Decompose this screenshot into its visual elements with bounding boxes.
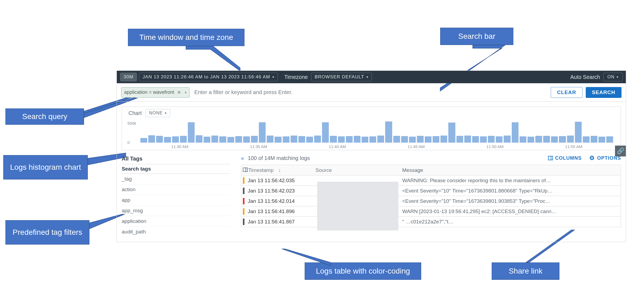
histogram-bar[interactable] <box>227 137 234 143</box>
share-link-button[interactable]: 🔗 <box>615 146 626 156</box>
tag-item[interactable]: audit_path <box>122 227 230 237</box>
histogram-bar[interactable] <box>291 136 297 143</box>
histogram-bar[interactable] <box>575 122 582 143</box>
histogram-bar[interactable] <box>259 122 266 143</box>
table-row[interactable]: Jan 13 11:56:42.035WARNING: Please consi… <box>241 175 621 186</box>
histogram-bar[interactable] <box>480 136 487 143</box>
all-tags-header[interactable]: All Tags <box>122 153 230 164</box>
histogram-bar[interactable] <box>606 136 613 143</box>
histogram-bar[interactable] <box>401 136 408 143</box>
histogram-bar[interactable] <box>448 123 455 143</box>
histogram-bar[interactable] <box>219 136 226 143</box>
histogram-bar[interactable] <box>164 137 171 143</box>
histogram-bar[interactable] <box>172 136 179 143</box>
histogram-bar[interactable] <box>275 137 281 143</box>
histogram-bar[interactable] <box>591 136 597 143</box>
histogram-bar[interactable] <box>393 136 400 143</box>
histogram-bar[interactable] <box>598 137 605 143</box>
clear-button[interactable]: CLEAR <box>551 87 582 98</box>
columns-button[interactable]: COLUMNS <box>548 155 582 161</box>
histogram-bar[interactable] <box>283 136 289 143</box>
histogram-bar[interactable] <box>520 136 526 143</box>
table-row[interactable]: Jan 13 11:56:42.014<Event Severity="10" … <box>241 196 621 206</box>
histogram-bar[interactable] <box>488 136 495 143</box>
histogram-bar[interactable] <box>409 137 416 143</box>
histogram-plot[interactable]: 500k 0 <box>139 118 614 143</box>
histogram-bar[interactable] <box>298 136 305 143</box>
col-source[interactable]: Source <box>315 167 402 173</box>
histogram-bar[interactable] <box>440 136 447 143</box>
histogram-bar[interactable] <box>251 136 258 143</box>
table-row[interactable]: Jan 13 11:56:41.867" …c01e212a2e7","t… <box>241 217 621 227</box>
histogram-bar[interactable] <box>425 136 432 143</box>
histogram-bar[interactable] <box>314 136 321 143</box>
search-button[interactable]: SEARCH <box>586 87 622 98</box>
histogram-bar[interactable] <box>496 136 503 143</box>
sort-desc-icon[interactable]: ↓ <box>278 167 281 173</box>
col-message[interactable]: Message <box>402 167 621 173</box>
svg-marker-0 <box>186 46 240 71</box>
tag-item[interactable]: _tag <box>122 174 230 184</box>
tag-item[interactable]: action <box>122 184 230 195</box>
histogram-bar[interactable] <box>567 136 574 143</box>
histogram-bar[interactable] <box>140 138 147 143</box>
chart-groupby-select[interactable]: NONE ▾ <box>146 109 170 117</box>
histogram-bar[interactable] <box>267 136 273 143</box>
histogram-bar[interactable] <box>385 121 392 143</box>
histogram-bar[interactable] <box>362 137 368 143</box>
chevron-down-icon[interactable]: ▾ <box>185 91 186 94</box>
histogram-bar[interactable] <box>369 136 376 143</box>
expand-icon[interactable]: « <box>241 155 244 161</box>
chevron-down-icon: ▾ <box>272 75 274 79</box>
table-row[interactable]: Jan 13 11:56:42.023<Event Severity="10" … <box>241 186 621 196</box>
histogram-bar[interactable] <box>188 122 195 143</box>
tag-item[interactable]: application <box>122 216 230 227</box>
histogram-bar[interactable] <box>583 136 590 143</box>
histogram-bar[interactable] <box>235 136 242 143</box>
histogram-bar[interactable] <box>535 136 542 143</box>
timezone-select[interactable]: BROWSER DEFAULT ▾ <box>311 73 372 81</box>
histogram-bar[interactable] <box>527 137 534 143</box>
histogram-bar[interactable] <box>180 136 187 143</box>
histogram-bar[interactable] <box>243 136 250 143</box>
histogram-bar[interactable] <box>377 136 384 143</box>
table-row[interactable]: Jan 13 11:56:41.896WARN [2023-01-13 19:5… <box>241 206 621 217</box>
cell-message: <Event Severity="10" Time="1673639801.90… <box>402 198 621 204</box>
close-icon[interactable]: ✕ <box>177 89 181 95</box>
search-input[interactable]: Enter a filter or keyword and press Ente… <box>194 89 551 95</box>
cell-timestamp: Jan 13 11:56:42.023 <box>245 188 315 194</box>
histogram-bar[interactable] <box>211 136 218 143</box>
histogram-bar[interactable] <box>156 136 163 143</box>
histogram-bar[interactable] <box>417 136 424 143</box>
histogram-bar[interactable] <box>456 136 463 143</box>
histogram-bar[interactable] <box>346 136 353 143</box>
search-bar[interactable]: application = wavefront ✕ ▾ Enter a filt… <box>117 83 626 102</box>
histogram-bar[interactable] <box>433 136 439 143</box>
time-range-preset[interactable]: 30M <box>120 73 137 81</box>
filter-chip-application[interactable]: application = wavefront ✕ ▾ <box>121 87 189 98</box>
autosearch-toggle[interactable]: ON ▾ <box>603 73 623 81</box>
histogram-bar[interactable] <box>551 136 558 143</box>
columns-icon[interactable] <box>243 168 248 172</box>
tag-item[interactable]: app_msg <box>122 206 230 216</box>
histogram-bar[interactable] <box>512 122 519 143</box>
col-timestamp[interactable]: Timestamp ↓ <box>245 167 315 173</box>
time-range-picker[interactable]: JAN 13 2023 11:26:46 AM to JAN 13 2023 1… <box>139 73 278 81</box>
topbar: 30M JAN 13 2023 11:26:46 AM to JAN 13 20… <box>117 71 626 83</box>
histogram-bar[interactable] <box>464 136 471 143</box>
histogram-bar[interactable] <box>322 122 329 143</box>
histogram-bar[interactable] <box>148 135 155 143</box>
histogram-bar[interactable] <box>330 136 337 143</box>
histogram-bar[interactable] <box>354 136 360 143</box>
histogram-bar[interactable] <box>504 136 510 143</box>
histogram-bar[interactable] <box>338 136 345 143</box>
search-tags-header[interactable]: Search tags <box>122 164 230 174</box>
histogram-bar[interactable] <box>472 136 479 143</box>
tag-item[interactable]: app <box>122 195 230 206</box>
y-tick: 0 <box>127 140 130 145</box>
histogram-bar[interactable] <box>204 137 210 143</box>
histogram-bar[interactable] <box>196 135 202 143</box>
histogram-bar[interactable] <box>543 136 550 143</box>
histogram-bar[interactable] <box>306 137 313 143</box>
histogram-bar[interactable] <box>559 136 566 143</box>
